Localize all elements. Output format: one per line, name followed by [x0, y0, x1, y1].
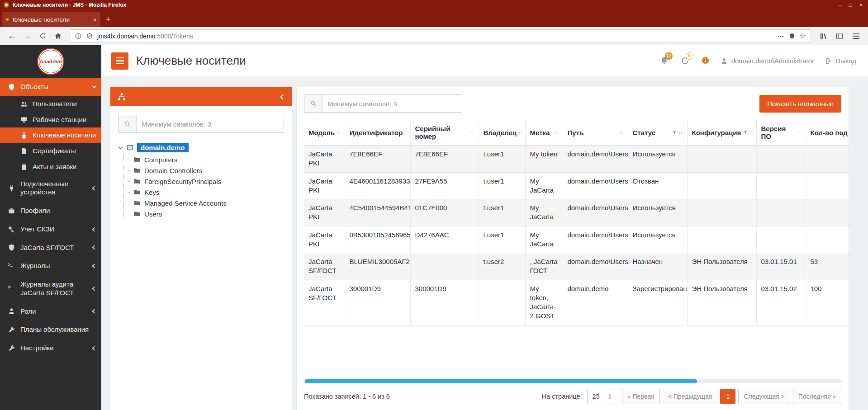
back-button[interactable]: ← — [5, 29, 19, 43]
tree-node-root[interactable]: domain.demo — [137, 143, 189, 152]
tree-children: ComputersDomain ControllersForeignSecuri… — [123, 154, 284, 219]
column-header-serial[interactable]: Серийный номер↑↓ — [410, 120, 479, 146]
current-user[interactable]: domain.demo\Administrator — [721, 57, 814, 65]
page-button-first[interactable]: « Первая — [622, 389, 660, 404]
operations-button[interactable]: 0 — [680, 56, 690, 66]
column-label: Владелец — [484, 129, 517, 137]
library-button[interactable] — [816, 29, 831, 43]
info-button[interactable] — [701, 56, 710, 66]
page-button-last[interactable]: Последняя » — [793, 389, 841, 404]
sort-icon[interactable]: ↑↓ — [337, 130, 341, 135]
sort-icon[interactable]: ↑↓ — [678, 130, 683, 135]
column-header-model[interactable]: Модель↑↓ — [304, 120, 345, 146]
bookmark-star-icon[interactable]: ☆ — [800, 32, 806, 40]
menu-toggle-button[interactable] — [111, 52, 128, 70]
sort-icon[interactable]: ↑↓ — [749, 130, 754, 135]
sidebar-item-jacarta-sf[interactable]: JaCarta SF/ГОСТ — [0, 239, 101, 257]
sidebar-item-acts[interactable]: Акты и заявки — [0, 159, 101, 175]
column-header-path[interactable]: Путь↑↓ — [563, 120, 628, 146]
sidebar-item-skzi[interactable]: Учет СКЗИ — [0, 220, 101, 239]
column-header-connections[interactable]: Кол-во под↑↓ — [806, 120, 849, 146]
tree-node[interactable]: Users — [124, 208, 284, 219]
sidebar-item-devices[interactable]: Подключенные устройства — [0, 175, 101, 202]
sidebar-item-settings[interactable]: Настройки — [0, 339, 101, 358]
sidebar-item-service-plans[interactable]: Планы обслуживания — [0, 320, 101, 339]
sidebar-item-profiles[interactable]: Профили — [0, 202, 101, 220]
page-actions-icon[interactable]: ••• — [778, 33, 784, 39]
sidebar-item-journals[interactable]: >_Журналы — [0, 257, 101, 275]
horizontal-scrollbar[interactable] — [304, 379, 841, 383]
column-header-mark[interactable]: Метка↑↓ — [525, 120, 563, 146]
column-header-identifier[interactable]: Идентификатор↑↓ — [345, 120, 410, 146]
cell-status: Используется — [628, 199, 687, 226]
sort-icon[interactable]: ↑↓ — [619, 130, 623, 135]
show-nested-button[interactable]: Показать вложенные — [759, 95, 841, 113]
tracking-shield-icon[interactable] — [788, 33, 796, 40]
url-bar[interactable]: jms4lx.domain.demo:5000/Tokens ••• ☆ — [70, 29, 811, 43]
page-button-page-1[interactable]: 1 — [720, 389, 735, 404]
table-row[interactable]: JaCarta SF/ГОСТ300001D9300001D9My token,… — [304, 280, 849, 325]
page-title: Ключевые носители — [136, 54, 652, 68]
sort-icon[interactable]: ↑↓ — [404, 130, 408, 135]
tree-search-input[interactable] — [137, 115, 284, 132]
tree-node[interactable]: Computers — [124, 154, 284, 165]
sort-icon[interactable]: ↑↓ — [518, 130, 522, 135]
per-page-select[interactable]: 25 ▲▼ — [587, 389, 615, 404]
table-search-input[interactable] — [323, 95, 462, 112]
reload-button[interactable] — [35, 29, 50, 43]
maximize-button[interactable]: □ — [849, 2, 852, 8]
column-header-owner[interactable]: Владелец↑↓ — [479, 120, 525, 146]
column-icons: ↑↓ — [554, 130, 558, 135]
tree-node[interactable]: Domain Controllers — [124, 165, 284, 176]
sort-icon[interactable]: ↑↓ — [470, 130, 474, 135]
sidebar-item-objects[interactable]: Объекты — [0, 78, 101, 96]
records-info: Показано записей: 1 - 6 из 6 — [304, 393, 390, 400]
table-row[interactable]: JaCarta SF/ГОСТBLUEMIL30005AF2t.user2, J… — [304, 253, 849, 280]
column-label: Серийный номер — [415, 125, 468, 140]
site-info-icon[interactable] — [75, 33, 82, 40]
sidebar-item-tokens[interactable]: Ключевые носители — [0, 127, 101, 143]
sidebar-item-audit-journals[interactable]: >_Журналы аудита JaCarta SF/ГОСТ — [0, 275, 101, 302]
tree-expander-icon[interactable] — [119, 145, 123, 149]
browser-menu-button[interactable] — [848, 29, 863, 43]
column-header-software-version[interactable]: Версия ПО↑↓ — [756, 120, 806, 146]
sidebar-item-certificates[interactable]: Сертификаты — [0, 143, 101, 159]
tree-node[interactable]: ForeignSecurityPrincipals — [124, 176, 284, 187]
cell-configuration — [687, 226, 756, 253]
minimize-button[interactable]: – — [839, 2, 842, 8]
table-row[interactable]: JaCarta PKI4E4600116128393327FE9A55t.use… — [304, 172, 849, 199]
tree-search-button[interactable] — [119, 115, 137, 132]
sidebar-item-roles[interactable]: Роли — [0, 302, 101, 321]
filter-icon[interactable] — [743, 130, 748, 135]
table-row[interactable]: JaCarta PKI7E8E66EF7E8E66EFt.user1My tok… — [304, 146, 849, 173]
sort-icon[interactable]: ↑↓ — [554, 130, 558, 135]
page-button-prev[interactable]: < Предыдущая — [663, 389, 718, 404]
close-button[interactable]: × — [859, 2, 863, 8]
filter-icon[interactable] — [672, 130, 677, 135]
sidebar-item-workstations[interactable]: Рабочие станции — [0, 112, 101, 128]
forward-button[interactable]: → — [20, 29, 34, 43]
tree-node[interactable]: Keys — [124, 187, 284, 198]
cell-connections — [806, 226, 849, 253]
tree-node[interactable]: Managed Service Accounts — [124, 198, 284, 208]
logout-button[interactable]: Выход — [825, 57, 856, 65]
scrollbar-thumb[interactable] — [305, 379, 697, 383]
browser-tab[interactable]: Ключевые носители × — [2, 12, 100, 27]
tree-connector — [124, 160, 130, 160]
table-row[interactable]: JaCarta PKI4C54001544594B4101C7E000t.use… — [304, 199, 849, 226]
table-search-button[interactable] — [304, 95, 323, 112]
sidebar-item-users[interactable]: Пользователи — [0, 96, 101, 112]
spinner-icon[interactable]: ▲▼ — [605, 389, 615, 404]
shield-slash-icon[interactable] — [86, 33, 93, 40]
tab-close-icon[interactable]: × — [93, 16, 97, 24]
table-row[interactable]: JaCarta PKI0B53001052456965D4276AACt.use… — [304, 226, 849, 253]
sort-icon[interactable]: ↑↓ — [797, 130, 801, 135]
notifications-button[interactable]: 12 — [659, 56, 669, 66]
column-header-configuration[interactable]: Конфигурация↑↓ — [687, 120, 756, 146]
new-tab-button[interactable]: + — [100, 12, 116, 27]
page-button-next[interactable]: Следующая > — [738, 389, 790, 404]
column-header-status[interactable]: Статус↑↓ — [628, 120, 687, 146]
collapse-panel-icon[interactable] — [280, 94, 286, 100]
sidebar-toggle-button[interactable] — [832, 29, 847, 43]
home-button[interactable] — [51, 29, 65, 43]
